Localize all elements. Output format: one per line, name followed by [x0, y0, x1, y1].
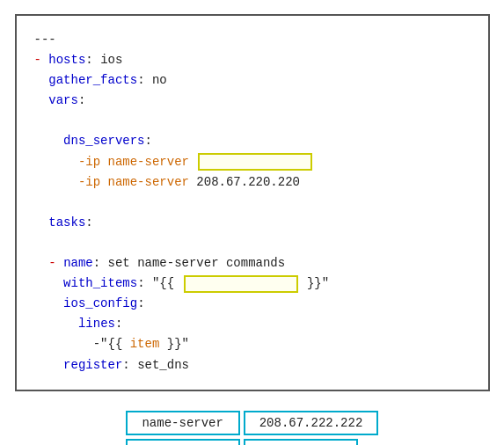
table-row-1: name-server 208.67.222.222	[126, 411, 379, 435]
table-row-2: dns_servers dns-address	[126, 439, 379, 445]
code-line-8: -ip name-server 208.67.220.220	[34, 172, 471, 193]
code-line-14: ios_config:	[34, 294, 471, 314]
code-line-6: dns_servers:	[34, 131, 471, 151]
code-block: --- - hosts: ios gather_facts: no vars: …	[15, 14, 490, 391]
input-box-1[interactable]	[198, 153, 312, 171]
code-line-12: - name: set name-server commands	[34, 253, 471, 274]
code-line-1: ---	[34, 30, 471, 50]
table-cell-1-1[interactable]: name-server	[126, 411, 240, 435]
code-line-17: register: set_dns	[34, 355, 471, 376]
table-cell-2-2[interactable]: dns-address	[244, 439, 358, 445]
code-line-7: -ip name-server	[34, 152, 471, 172]
code-line-9	[34, 193, 471, 213]
code-line-4: vars:	[34, 91, 471, 111]
code-line-15: lines:	[34, 314, 471, 334]
code-line-2: - hosts: ios	[34, 50, 471, 70]
code-line-5	[34, 111, 471, 131]
input-box-2[interactable]	[184, 275, 298, 293]
table-cell-2-1[interactable]: dns_servers	[126, 439, 240, 445]
lookup-table: name-server 208.67.222.222 dns_servers d…	[126, 411, 379, 445]
table-cell-1-2[interactable]: 208.67.222.222	[244, 411, 379, 435]
code-line-13: with_items: "{{ }}"	[34, 274, 471, 294]
code-line-16: -"{{ item }}"	[34, 334, 471, 354]
code-line-11	[34, 233, 471, 253]
code-line-10: tasks:	[34, 213, 471, 233]
code-line-3: gather_facts: no	[34, 70, 471, 91]
